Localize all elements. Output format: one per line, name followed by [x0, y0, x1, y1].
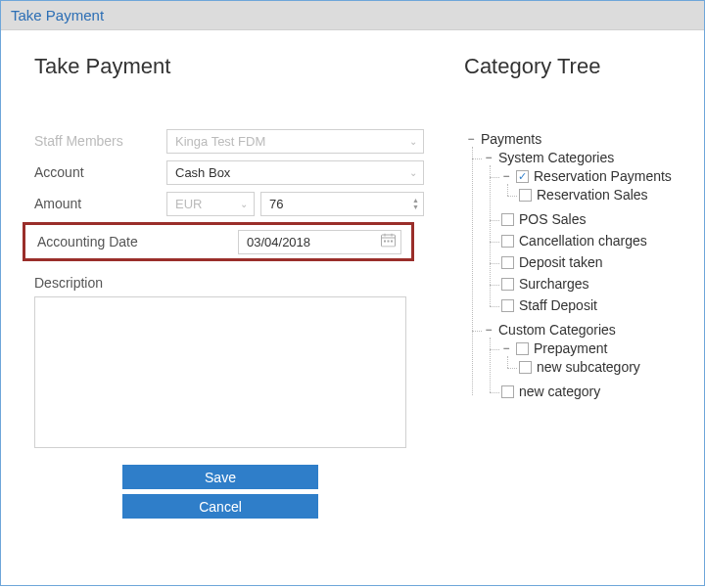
- take-payment-window: Take Payment Take Payment Staff Members …: [0, 0, 705, 586]
- amount-value: 76: [269, 197, 283, 211]
- label-account: Account: [34, 164, 166, 180]
- tree-heading: Category Tree: [464, 54, 694, 79]
- amount-input[interactable]: 76 ▲ ▼: [260, 192, 424, 216]
- stepper-down-icon[interactable]: ▼: [412, 204, 419, 210]
- calendar-icon[interactable]: [381, 234, 396, 250]
- tree-label[interactable]: Payments: [481, 131, 541, 147]
- label-staff: Staff Members: [34, 133, 166, 149]
- page-title: Take Payment: [34, 54, 448, 79]
- stepper-up-icon[interactable]: ▲: [412, 197, 419, 204]
- checkbox-deposit-taken[interactable]: [501, 256, 514, 269]
- staff-select[interactable]: Kinga Test FDM ⌄: [166, 129, 424, 154]
- tree-label[interactable]: new category: [519, 384, 600, 399]
- checkbox-cancellation-charges[interactable]: [501, 235, 514, 248]
- accounting-date-value: 03/04/2018: [247, 235, 310, 249]
- label-accounting-date: Accounting Date: [37, 234, 238, 249]
- checkbox-staff-deposit[interactable]: [501, 299, 514, 312]
- tree-label[interactable]: System Categories: [498, 150, 614, 165]
- window-content: Take Payment Staff Members Kinga Test FD…: [1, 30, 704, 583]
- chevron-down-icon: ⌄: [409, 167, 417, 178]
- tree-label[interactable]: Custom Categories: [498, 322, 616, 338]
- account-select[interactable]: Cash Box ⌄: [166, 160, 424, 185]
- checkbox-reservation-sales[interactable]: [519, 189, 532, 202]
- tree-node-pos-sales[interactable]: POS Sales: [501, 211, 694, 227]
- tree-label[interactable]: Deposit taken: [519, 254, 603, 270]
- label-amount: Amount: [34, 196, 166, 211]
- tree-label[interactable]: Prepayment: [534, 340, 607, 356]
- checkbox-new-category[interactable]: [501, 385, 514, 398]
- tree-pane: Category Tree − Payments − System Cate: [464, 30, 704, 583]
- svg-rect-5: [388, 241, 390, 243]
- accounting-date-highlight: Accounting Date 03/04/2018: [23, 222, 414, 261]
- description-textarea[interactable]: [34, 296, 406, 448]
- button-stack: Save Cancel: [34, 465, 406, 519]
- label-description: Description: [34, 275, 448, 291]
- currency-select[interactable]: EUR ⌄: [166, 192, 255, 216]
- tree-node-system-categories[interactable]: − System Categories: [484, 150, 694, 165]
- tree-node-prepayment[interactable]: − Prepayment: [501, 340, 694, 356]
- tree-node-deposit-taken[interactable]: Deposit taken: [501, 254, 694, 270]
- category-tree: − Payments − System Categories: [464, 128, 694, 408]
- svg-rect-6: [391, 241, 393, 243]
- svg-rect-4: [384, 241, 386, 243]
- tree-label[interactable]: Cancellation charges: [519, 233, 647, 249]
- collapse-icon[interactable]: −: [466, 133, 476, 145]
- row-accounting-date: Accounting Date 03/04/2018: [25, 229, 405, 254]
- collapse-icon[interactable]: −: [484, 152, 494, 163]
- tree-label[interactable]: new subcategory: [537, 359, 640, 375]
- tree-node-staff-deposit[interactable]: Staff Deposit: [501, 297, 694, 313]
- window-title: Take Payment: [1, 1, 704, 30]
- tree-label[interactable]: Reservation Sales: [537, 187, 648, 203]
- checkbox-new-subcategory[interactable]: [519, 361, 532, 374]
- chevron-down-icon: ⌄: [240, 199, 248, 209]
- row-amount: Amount EUR ⌄ 76 ▲ ▼: [34, 191, 448, 216]
- tree-label[interactable]: Surcharges: [519, 276, 589, 292]
- tree-node-payments[interactable]: − Payments: [466, 131, 694, 147]
- tree-label[interactable]: POS Sales: [519, 211, 586, 227]
- checkbox-pos-sales[interactable]: [501, 213, 514, 226]
- chevron-down-icon: ⌄: [409, 136, 417, 147]
- account-select-value: Cash Box: [175, 165, 230, 180]
- checkbox-surcharges[interactable]: [501, 278, 514, 291]
- checkbox-reservation-payments[interactable]: [516, 170, 529, 183]
- amount-stepper[interactable]: ▲ ▼: [412, 193, 419, 215]
- save-button[interactable]: Save: [122, 465, 318, 489]
- tree-node-reservation-payments[interactable]: − Reservation Payments: [501, 168, 694, 184]
- tree-node-surcharges[interactable]: Surcharges: [501, 276, 694, 292]
- collapse-icon[interactable]: −: [501, 170, 511, 182]
- tree-label[interactable]: Reservation Payments: [534, 168, 672, 184]
- accounting-date-input[interactable]: 03/04/2018: [238, 230, 401, 254]
- cancel-button[interactable]: Cancel: [122, 494, 318, 519]
- tree-label[interactable]: Staff Deposit: [519, 297, 597, 313]
- staff-select-value: Kinga Test FDM: [175, 134, 265, 149]
- tree-node-cancellation-charges[interactable]: Cancellation charges: [501, 233, 694, 249]
- tree-node-custom-categories[interactable]: − Custom Categories: [484, 322, 694, 338]
- tree-node-new-subcategory[interactable]: new subcategory: [519, 359, 694, 375]
- form-pane: Take Payment Staff Members Kinga Test FD…: [1, 30, 464, 583]
- row-account: Account Cash Box ⌄: [34, 159, 448, 185]
- tree-node-reservation-sales[interactable]: Reservation Sales: [519, 187, 694, 203]
- collapse-icon[interactable]: −: [501, 342, 511, 354]
- currency-select-value: EUR: [175, 197, 202, 211]
- checkbox-prepayment[interactable]: [516, 342, 529, 355]
- tree-node-new-category[interactable]: new category: [501, 384, 694, 399]
- row-staff: Staff Members Kinga Test FDM ⌄: [34, 128, 448, 154]
- collapse-icon[interactable]: −: [484, 324, 494, 336]
